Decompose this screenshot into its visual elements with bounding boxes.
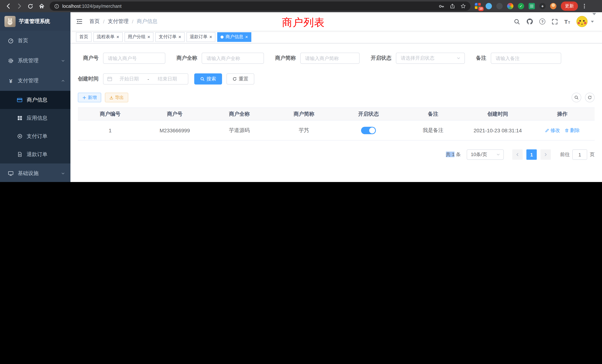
app-logo[interactable]: 芋道管理系统 [0, 12, 70, 31]
breadcrumb-home[interactable]: 首页 [89, 18, 100, 25]
tab-label: 商户信息 [226, 34, 243, 40]
tab-home[interactable]: 首页 [76, 32, 92, 42]
page-number-button[interactable]: 1 [526, 149, 537, 160]
tab-close-icon[interactable] [245, 34, 248, 39]
extension-color-icon[interactable] [507, 3, 513, 9]
toggle-search-button[interactable] [572, 93, 581, 102]
main-area: 首页 支付管理 商户信息 商户列表 首页 [70, 12, 602, 182]
password-key-icon[interactable] [439, 3, 444, 9]
cell-merchant-no: M233666999 [142, 127, 207, 133]
refresh-icon [232, 77, 237, 81]
edit-link[interactable]: 修改 [545, 127, 560, 134]
merchant-no-input[interactable] [103, 53, 165, 64]
status-select-placeholder: 请选择开启状态 [401, 55, 434, 62]
next-page-button[interactable] [540, 149, 551, 160]
column-header: 备注 [401, 111, 466, 117]
tab-close-icon[interactable] [147, 34, 150, 39]
tab-label: 首页 [79, 34, 88, 40]
delete-link-label: 删除 [570, 127, 580, 134]
create-time-range-picker[interactable]: 开始日期 - 结束日期 [103, 73, 188, 85]
tab-close-icon[interactable] [209, 34, 212, 39]
github-icon[interactable] [527, 18, 533, 25]
sidebar-item-system[interactable]: 系统管理 [0, 51, 70, 71]
sidebar-item-app-info[interactable]: 应用信息 [0, 109, 70, 127]
site-info-icon[interactable] [54, 3, 59, 9]
column-header: 商户编号 [78, 111, 142, 117]
user-avatar[interactable] [576, 16, 588, 27]
breadcrumb-pay[interactable]: 支付管理 [108, 18, 129, 25]
sidebar-menu: 首页 系统管理 ¥ 支付管理 商户信息 [0, 31, 70, 182]
yen-icon: ¥ [7, 78, 14, 84]
search-icon[interactable] [514, 18, 520, 25]
pagination-total-selected: 共 1 [446, 152, 455, 157]
refresh-table-button[interactable] [585, 93, 595, 102]
active-dot-icon [221, 35, 224, 38]
sidebar-item-merchant-info[interactable]: 商户信息 [0, 91, 70, 109]
sidebar-item-label: 支付订单 [27, 133, 47, 139]
reset-button[interactable]: 重置 [226, 73, 254, 85]
browser-update-button[interactable]: 更新 [561, 1, 578, 11]
tab-refund-order[interactable]: 退款订单 [186, 32, 215, 42]
chevron-down-icon [61, 59, 65, 63]
sidebar-toggle-icon[interactable] [76, 18, 83, 25]
pagination-total: 共 1 条 [446, 151, 461, 158]
sidebar: 芋道管理系统 首页 系统管理 ¥ 支付管理 [0, 12, 70, 182]
page-size-select[interactable]: 10条/页 [467, 149, 504, 160]
bookmark-star-icon[interactable] [460, 3, 466, 9]
sidebar-item-pay-order[interactable]: 支付订单 [0, 127, 70, 145]
browser-home-icon[interactable] [37, 2, 46, 11]
sidebar-item-label: 基础设施 [18, 170, 39, 177]
browser-forward-icon[interactable] [15, 2, 24, 11]
status-select[interactable]: 请选择开启状态 [396, 53, 465, 64]
tab-process-form[interactable]: 流程表单 [93, 32, 122, 42]
extensions-area: 10 [475, 3, 556, 9]
export-button[interactable]: 导出 [105, 93, 128, 102]
avatar-caret-icon[interactable] [591, 21, 594, 22]
url-host: localhost [62, 3, 81, 9]
search-button[interactable]: 搜索 [194, 73, 222, 85]
help-icon[interactable] [539, 19, 546, 24]
extension-dark-icon[interactable] [496, 3, 503, 9]
merchant-short-input[interactable] [300, 53, 360, 64]
sidebar-item-label: 退款订单 [27, 151, 47, 158]
tab-pay-order[interactable]: 支付订单 [155, 32, 184, 42]
browser-dropdown-caret-icon[interactable] [592, 13, 596, 15]
merchant-name-input[interactable] [202, 53, 264, 64]
extension-pin-icon[interactable] [539, 3, 546, 9]
url-path: :1024/pay/merchant [81, 3, 122, 9]
create-time-label: 创建时间 [78, 76, 103, 82]
sidebar-item-home[interactable]: 首页 [0, 31, 70, 51]
add-button[interactable]: 新增 [78, 93, 101, 102]
address-bar[interactable]: localhost:1024/pay/merchant [50, 1, 470, 11]
fullscreen-icon[interactable] [552, 18, 558, 25]
extension-check-icon[interactable] [518, 3, 524, 9]
delete-link[interactable]: 删除 [565, 127, 580, 134]
browser-back-icon[interactable] [4, 2, 13, 11]
goto-page-input[interactable] [572, 149, 587, 160]
tab-close-icon[interactable] [178, 34, 181, 39]
screen: localhost:1024/pay/merchant 10 更新 [0, 0, 602, 182]
breadcrumb: 首页 支付管理 商户信息 [89, 18, 158, 25]
sidebar-item-refund-order[interactable]: 退款订单 [0, 145, 70, 163]
status-toggle[interactable] [361, 127, 376, 134]
tab-user-group[interactable]: 用户分组 [124, 32, 153, 42]
record-icon [16, 133, 23, 139]
remark-input[interactable] [491, 53, 561, 64]
extension-grid-icon[interactable]: 10 [475, 3, 481, 9]
prev-page-button[interactable] [512, 149, 523, 160]
sidebar-item-infra[interactable]: 基础设施 [0, 163, 70, 182]
browser-profile-avatar[interactable] [550, 3, 556, 9]
sidebar-item-pay[interactable]: ¥ 支付管理 [0, 71, 70, 91]
logo-image [4, 16, 16, 27]
tab-close-icon[interactable] [116, 34, 119, 39]
sidebar-item-label: 应用信息 [27, 115, 47, 121]
font-size-icon[interactable] [564, 18, 570, 25]
extension-blue-icon[interactable] [486, 3, 492, 9]
tab-merchant-info[interactable]: 商户信息 [217, 32, 251, 42]
browser-refresh-icon[interactable] [26, 2, 35, 11]
browser-menu-icon[interactable] [582, 3, 587, 9]
extension-notes-icon[interactable] [529, 3, 535, 9]
share-icon[interactable] [450, 3, 455, 9]
cell-remark: 我是备注 [401, 127, 466, 134]
edit-link-label: 修改 [550, 127, 560, 134]
